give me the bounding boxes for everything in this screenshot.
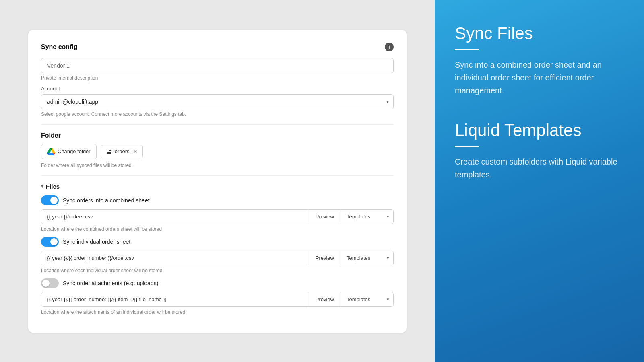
card-title: Sync config bbox=[41, 43, 78, 51]
individual-templates-select[interactable]: Templates Order Date Order Number Item N… bbox=[341, 251, 393, 265]
divider-1 bbox=[41, 124, 394, 125]
individual-preview-button[interactable]: Preview bbox=[309, 251, 341, 265]
account-hint: Select google account. Connect more acco… bbox=[41, 111, 394, 117]
combined-templates-select[interactable]: Templates Order Date Order Number Item N… bbox=[341, 210, 393, 224]
liquid-templates-section: Liquid Templates Create custom subfolder… bbox=[455, 121, 624, 181]
folder-row: Change folder 🗂 orders ✕ bbox=[41, 144, 394, 159]
combined-preview-button[interactable]: Preview bbox=[309, 210, 341, 224]
individual-templates-wrapper: Templates Order Date Order Number Item N… bbox=[341, 251, 393, 265]
folder-label: Folder bbox=[41, 132, 394, 139]
attachments-preview-button[interactable]: Preview bbox=[309, 292, 341, 306]
account-select-wrapper: admin@cloudlift.app ▾ bbox=[41, 94, 394, 109]
attachments-hint: Location where the attachments of an ind… bbox=[41, 309, 394, 315]
sync-individual-label: Sync individual order sheet bbox=[63, 239, 130, 245]
sync-combined-label: Sync orders into a combined sheet bbox=[63, 197, 150, 204]
sync-attachments-toggle[interactable] bbox=[41, 278, 59, 288]
attachments-templates-select[interactable]: Templates Order Date Order Number Item N… bbox=[341, 292, 393, 306]
files-chevron-icon: ▾ bbox=[41, 183, 43, 189]
combined-file-input-row: Preview Templates Order Date Order Numbe… bbox=[41, 209, 394, 224]
liquid-templates-divider bbox=[455, 146, 479, 147]
individual-path-input[interactable] bbox=[41, 251, 309, 265]
sync-attachments-row: Sync order attachments (e.g. uploads) bbox=[41, 278, 394, 288]
divider-2 bbox=[41, 175, 394, 176]
google-drive-icon bbox=[47, 148, 55, 156]
right-panel: Sync Files Sync into a combined order sh… bbox=[435, 0, 644, 362]
combined-hint: Location where the combined orders sheet… bbox=[41, 226, 394, 232]
combined-templates-wrapper: Templates Order Date Order Number Item N… bbox=[341, 210, 393, 224]
files-section-header[interactable]: ▾ Files bbox=[41, 183, 394, 190]
sync-config-card: Sync config i Private internal descripti… bbox=[28, 30, 407, 333]
change-folder-label: Change folder bbox=[58, 148, 91, 154]
change-folder-button[interactable]: Change folder bbox=[41, 144, 97, 159]
account-select[interactable]: admin@cloudlift.app bbox=[41, 94, 394, 109]
left-panel: Sync config i Private internal descripti… bbox=[0, 0, 435, 362]
files-section-label: Files bbox=[46, 183, 60, 190]
vendor-input[interactable] bbox=[41, 58, 394, 73]
sync-files-description: Sync into a combined order sheet and an … bbox=[455, 58, 624, 97]
attachments-file-input-row: Preview Templates Order Date Order Numbe… bbox=[41, 292, 394, 307]
individual-file-input-row: Preview Templates Order Date Order Numbe… bbox=[41, 251, 394, 265]
liquid-templates-title: Liquid Templates bbox=[455, 121, 624, 140]
sync-attachments-label: Sync order attachments (e.g. uploads) bbox=[63, 280, 158, 286]
folder-hint: Folder where all synced files will be st… bbox=[41, 162, 394, 168]
folder-name: orders bbox=[115, 148, 130, 154]
info-icon[interactable]: i bbox=[385, 43, 394, 51]
sync-files-title: Sync Files bbox=[455, 24, 624, 43]
remove-folder-icon[interactable]: ✕ bbox=[133, 148, 138, 155]
vendor-hint: Private internal description bbox=[41, 75, 394, 81]
folder-chip: 🗂 orders ✕ bbox=[101, 145, 143, 158]
combined-path-input[interactable] bbox=[41, 210, 309, 224]
liquid-templates-description: Create custom subfolders with Liquid var… bbox=[455, 155, 624, 181]
sync-combined-toggle[interactable] bbox=[41, 195, 59, 205]
individual-hint: Location where each individual order she… bbox=[41, 268, 394, 274]
sync-combined-row: Sync orders into a combined sheet bbox=[41, 195, 394, 205]
attachments-path-input[interactable] bbox=[41, 292, 309, 306]
card-header: Sync config i bbox=[41, 43, 394, 51]
sync-files-divider bbox=[455, 49, 479, 50]
folder-icon: 🗂 bbox=[106, 148, 112, 155]
sync-individual-toggle[interactable] bbox=[41, 237, 59, 247]
attachments-templates-wrapper: Templates Order Date Order Number Item N… bbox=[341, 292, 393, 306]
sync-files-section: Sync Files Sync into a combined order sh… bbox=[455, 24, 624, 97]
account-label: Account bbox=[41, 86, 394, 92]
sync-individual-row: Sync individual order sheet bbox=[41, 237, 394, 247]
